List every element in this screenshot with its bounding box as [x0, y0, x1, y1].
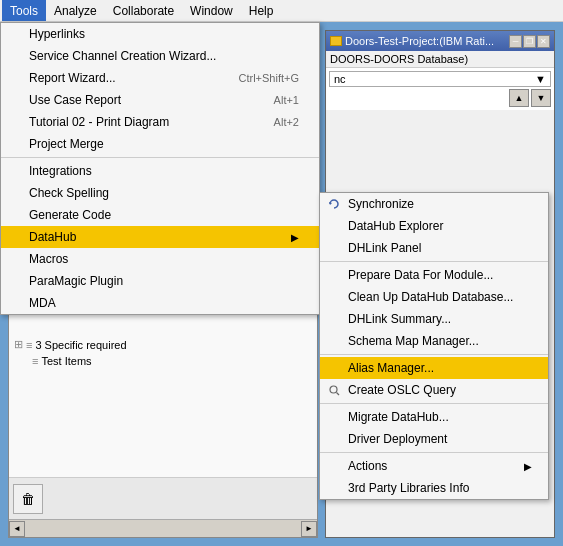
datahub-submenu-arrow: ▶: [291, 232, 299, 243]
shortcut-report-wizard: Ctrl+Shift+G: [238, 72, 299, 84]
tree-content: ⊞ ≡ 3 Specific required ≡ Test Items: [9, 331, 317, 374]
shortcut-tutorial: Alt+2: [274, 116, 299, 128]
submenu-separator-1: [320, 261, 548, 262]
submenu-separator-4: [320, 452, 548, 453]
search-icon: [326, 382, 342, 398]
window-icon: [330, 36, 342, 46]
tree-item-1[interactable]: ⊞ ≡ 3 Specific required: [14, 336, 312, 353]
tree-item-label-1: 3 Specific required: [35, 339, 126, 351]
trash-button[interactable]: 🗑: [13, 484, 43, 514]
window-controls: ─ ❐ ✕: [509, 35, 550, 48]
tree-item-2[interactable]: ≡ Test Items: [32, 353, 312, 369]
datahub-submenu: Synchronize DataHub Explorer DHLink Pane…: [319, 192, 549, 500]
submenu-item-explorer[interactable]: DataHub Explorer: [320, 215, 548, 237]
submenu-item-schema-map[interactable]: Schema Map Manager...: [320, 330, 548, 352]
inner-window-titlebar: Doors-Test-Project:(IBM Rati... ─ ❐ ✕: [326, 31, 554, 51]
menu-item-service-channel[interactable]: Service Channel Creation Wizard...: [1, 45, 319, 67]
window-title-area: Doors-Test-Project:(IBM Rati...: [330, 35, 494, 47]
submenu-item-dhlink-panel[interactable]: DHLink Panel: [320, 237, 548, 259]
submenu-item-create-oslc[interactable]: Create OSLC Query: [320, 379, 548, 401]
menu-item-macros[interactable]: Macros: [1, 248, 319, 270]
shortcut-use-case: Alt+1: [274, 94, 299, 106]
nav-down-button[interactable]: ▼: [531, 89, 551, 107]
menu-separator-1: [1, 157, 319, 158]
close-button[interactable]: ✕: [537, 35, 550, 48]
menu-item-datahub[interactable]: DataHub ▶: [1, 226, 319, 248]
submenu-separator-2: [320, 354, 548, 355]
tree-expand-icon: ⊞: [14, 338, 23, 351]
scroll-left-button[interactable]: ◄: [9, 521, 25, 537]
dropdown-arrow: ▼: [535, 73, 546, 85]
submenu-item-migrate[interactable]: Migrate DataHub...: [320, 406, 548, 428]
menu-item-integrations[interactable]: Integrations: [1, 160, 319, 182]
scroll-right-button[interactable]: ►: [301, 521, 317, 537]
menu-tools[interactable]: Tools: [2, 0, 46, 21]
submenu-item-3rd-party[interactable]: 3rd Party Libraries Info: [320, 477, 548, 499]
actions-submenu-arrow: ▶: [524, 461, 532, 472]
menu-item-use-case[interactable]: Use Case Report Alt+1: [1, 89, 319, 111]
menu-item-paramagic[interactable]: ParaMagic Plugin: [1, 270, 319, 292]
submenu-item-synchronize[interactable]: Synchronize: [320, 193, 548, 215]
submenu-item-driver-deployment[interactable]: Driver Deployment: [320, 428, 548, 450]
menu-item-generate-code[interactable]: Generate Code: [1, 204, 319, 226]
menu-analyze[interactable]: Analyze: [46, 0, 105, 21]
menu-help[interactable]: Help: [241, 0, 282, 21]
menu-item-mda[interactable]: MDA: [1, 292, 319, 314]
menu-item-tutorial[interactable]: Tutorial 02 - Print Diagram Alt+2: [1, 111, 319, 133]
restore-button[interactable]: ❐: [523, 35, 536, 48]
submenu-separator-3: [320, 403, 548, 404]
tree-item-label-2: Test Items: [41, 355, 91, 367]
submenu-item-prepare-data[interactable]: Prepare Data For Module...: [320, 264, 548, 286]
db-subtitle: DOORS-DOORS Database): [326, 51, 554, 68]
minimize-button[interactable]: ─: [509, 35, 522, 48]
submenu-item-alias-manager[interactable]: Alias Manager...: [320, 357, 548, 379]
menu-item-check-spelling[interactable]: Check Spelling: [1, 182, 319, 204]
menu-item-report-wizard[interactable]: Report Wizard... Ctrl+Shift+G: [1, 67, 319, 89]
sync-icon: [326, 196, 342, 212]
svg-point-1: [330, 386, 337, 393]
horizontal-scrollbar[interactable]: ◄ ►: [9, 519, 317, 537]
menubar: Tools Analyze Collaborate Window Help: [0, 0, 563, 22]
menu-item-project-merge[interactable]: Project Merge: [1, 133, 319, 155]
submenu-item-dhlink-summary[interactable]: DHLink Summary...: [320, 308, 548, 330]
menu-window[interactable]: Window: [182, 0, 241, 21]
menu-item-hyperlinks[interactable]: Hyperlinks: [1, 23, 319, 45]
left-panel-toolbar: 🗑: [9, 477, 317, 519]
inner-window-body: nc ▼ ▲ ▼: [326, 68, 554, 110]
tools-dropdown-menu: Hyperlinks Service Channel Creation Wiza…: [0, 22, 320, 315]
window-title: Doors-Test-Project:(IBM Rati...: [345, 35, 494, 47]
submenu-item-actions[interactable]: Actions ▶: [320, 455, 548, 477]
submenu-item-cleanup[interactable]: Clean Up DataHub Database...: [320, 286, 548, 308]
nav-buttons: ▲ ▼: [329, 89, 551, 107]
nav-up-button[interactable]: ▲: [509, 89, 529, 107]
svg-line-2: [336, 392, 339, 395]
scroll-track: [25, 524, 301, 534]
tree-item-icon-2: ≡: [32, 355, 38, 367]
db-select[interactable]: nc ▼: [329, 71, 551, 87]
menu-collaborate[interactable]: Collaborate: [105, 0, 182, 21]
db-label: nc: [334, 73, 346, 85]
tree-item-icon: ≡: [26, 339, 32, 351]
